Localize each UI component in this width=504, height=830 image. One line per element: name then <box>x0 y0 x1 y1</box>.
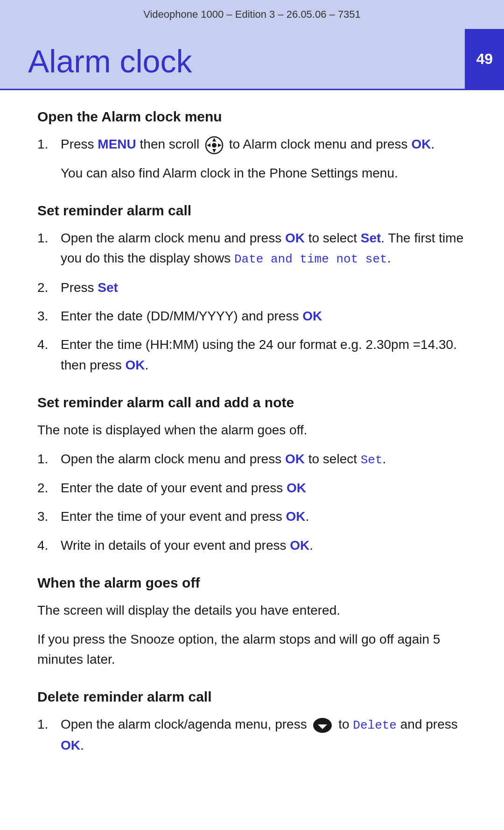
alarm-para-1: The screen will display the details you … <box>37 600 467 620</box>
set-mono: Set <box>361 453 383 467</box>
list-number: 2. <box>37 478 61 498</box>
list-content: Press MENU then scroll to Alarm clock me… <box>61 134 467 155</box>
section-heading-open-menu: Open the Alarm clock menu <box>37 109 467 125</box>
section-heading-set-reminder: Set reminder alarm call <box>37 203 467 219</box>
list-item: 1. Open the alarm clock menu and press O… <box>37 449 467 469</box>
section-alarm-goes-off: When the alarm goes off The screen will … <box>37 575 467 669</box>
alarm-para-2: If you press the Snooze option, the alar… <box>37 629 467 670</box>
ok-keyword: OK <box>285 231 305 245</box>
page-title: Alarm clock <box>28 43 192 79</box>
header-bar: Videophone 1000 – Edition 3 – 26.05.06 –… <box>0 0 504 90</box>
note-intro: The note is displayed when the alarm goe… <box>37 420 467 440</box>
list-content: Press Set <box>61 277 467 298</box>
svg-point-1 <box>212 143 217 148</box>
set-reminder-list: 1. Open the alarm clock menu and press O… <box>37 228 467 375</box>
ok-keyword: OK <box>302 309 322 323</box>
set-keyword: Set <box>98 280 118 295</box>
title-section: Alarm clock 49 <box>0 29 504 90</box>
content-area: Open the Alarm clock menu 1. Press MENU … <box>0 90 504 803</box>
arrow-down-icon <box>312 717 333 734</box>
delete-mono: Delete <box>353 718 397 732</box>
ok-keyword: OK <box>290 538 309 553</box>
svg-marker-5 <box>218 143 222 147</box>
list-number: 3. <box>37 506 61 526</box>
display-text: Date and time not set <box>234 252 387 266</box>
list-item: 4. Write in details of your event and pr… <box>37 535 467 555</box>
open-menu-extra: You can also find Alarm clock in the Pho… <box>37 163 467 183</box>
list-item: 3. Enter the date (DD/MM/YYYY) and press… <box>37 306 467 326</box>
ok-keyword: OK <box>286 509 305 524</box>
page-number: 49 <box>465 29 504 89</box>
delete-reminder-list: 1. Open the alarm clock/agenda menu, pre… <box>37 714 467 755</box>
list-number: 2. <box>37 277 61 298</box>
set-reminder-note-list: 1. Open the alarm clock menu and press O… <box>37 449 467 555</box>
list-content: Write in details of your event and press… <box>61 535 467 555</box>
list-number: 1. <box>37 449 61 469</box>
svg-marker-3 <box>212 149 216 153</box>
list-content: Open the alarm clock/agenda menu, press … <box>61 714 467 755</box>
section-set-reminder-note: Set reminder alarm call and add a note T… <box>37 395 467 555</box>
ok-keyword: OK <box>285 452 305 466</box>
list-number: 1. <box>37 714 61 734</box>
list-item: 2. Press Set <box>37 277 467 298</box>
list-content: Open the alarm clock menu and press OK t… <box>61 228 467 269</box>
list-item: 4. Enter the time (HH:MM) using the 24 o… <box>37 334 467 375</box>
open-menu-list: 1. Press MENU then scroll to Alar <box>37 134 467 155</box>
ok-keyword: OK <box>126 358 145 372</box>
list-content: Enter the date (DD/MM/YYYY) and press OK <box>61 306 467 326</box>
ok-keyword: OK <box>287 481 306 495</box>
list-number: 1. <box>37 134 61 154</box>
list-number: 4. <box>37 334 61 355</box>
list-content: Enter the time of your event and press O… <box>61 506 467 526</box>
scroll-nav-icon <box>205 136 224 155</box>
list-item: 1. Open the alarm clock/agenda menu, pre… <box>37 714 467 755</box>
list-number: 4. <box>37 535 61 555</box>
list-number: 3. <box>37 306 61 326</box>
list-content: Enter the date of your event and press O… <box>61 478 467 498</box>
list-item: 1. Open the alarm clock menu and press O… <box>37 228 467 269</box>
svg-marker-2 <box>212 138 216 142</box>
section-open-menu: Open the Alarm clock menu 1. Press MENU … <box>37 109 467 183</box>
header-meta: Videophone 1000 – Edition 3 – 26.05.06 –… <box>0 8 504 29</box>
list-item: 1. Press MENU then scroll to Alar <box>37 134 467 155</box>
list-item: 3. Enter the time of your event and pres… <box>37 506 467 526</box>
set-keyword: Set <box>361 231 381 245</box>
list-number: 1. <box>37 228 61 248</box>
list-content: Open the alarm clock menu and press OK t… <box>61 449 467 469</box>
section-heading-set-reminder-note: Set reminder alarm call and add a note <box>37 395 467 411</box>
ok-keyword: OK <box>61 738 80 752</box>
ok-keyword: OK <box>411 137 431 151</box>
list-item: 2. Enter the date of your event and pres… <box>37 478 467 498</box>
menu-keyword: MENU <box>98 137 136 151</box>
section-heading-delete-reminder: Delete reminder alarm call <box>37 689 467 705</box>
section-set-reminder: Set reminder alarm call 1. Open the alar… <box>37 203 467 375</box>
section-heading-alarm-goes-off: When the alarm goes off <box>37 575 467 591</box>
list-content: Enter the time (HH:MM) using the 24 our … <box>61 334 467 375</box>
section-delete-reminder: Delete reminder alarm call 1. Open the a… <box>37 689 467 755</box>
svg-marker-4 <box>207 143 210 147</box>
